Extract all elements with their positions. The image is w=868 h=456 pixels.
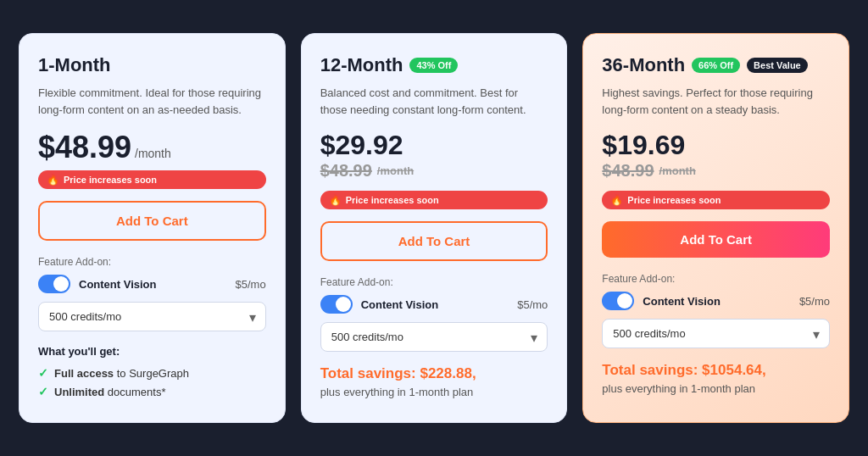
content-vision-toggle-row: Content Vision$5/mo [602,292,830,310]
discount-badge: Best Value [747,58,808,73]
toggle-label: Content Vision [361,298,509,311]
price-new: $29.92 [320,130,548,161]
include-item: ✓Unlimited documents* [38,385,266,398]
discount-badge: 66% Off [692,58,740,73]
credits-dropdown[interactable]: 500 credits/mo [38,302,266,331]
content-vision-toggle[interactable] [320,295,353,314]
credits-dropdown-wrapper: 500 credits/mo▾ [320,322,548,352]
card-title: 12-Month43% Off [320,54,548,76]
add-to-cart-button[interactable]: Add To Cart [602,221,830,258]
toggle-price: $5/mo [799,295,830,308]
content-vision-toggle-row: Content Vision$5/mo [320,295,548,314]
whats-included-title: What you'll get: [38,345,266,358]
add-to-cart-button[interactable]: Add To Cart [38,201,266,241]
feature-addon-label: Feature Add-on: [38,256,266,268]
card-title: 1-Month [38,54,266,76]
include-item-text: Unlimited documents* [54,386,166,398]
savings-sub-text: plus everything in 1-month plan [602,382,830,395]
check-icon: ✓ [38,366,48,380]
pricing-card-1month: 1-MonthFlexible commitment. Ideal for th… [19,33,286,423]
content-vision-toggle-row: Content Vision$5/mo [38,275,266,293]
credits-dropdown[interactable]: 500 credits/mo [602,319,830,348]
total-savings: Total savings: $1054.64,plus everything … [602,362,830,395]
feature-addon-label: Feature Add-on: [602,273,830,285]
add-to-cart-button[interactable]: Add To Cart [320,221,548,261]
card-title: 36-Month66% OffBest Value [602,54,830,76]
price-increases-badge: 🔥Price increases soon [38,170,266,189]
toggle-label: Content Vision [643,295,791,308]
total-savings: Total savings: $228.88,plus everything i… [320,365,548,398]
savings-amount: Total savings: $228.88, [320,365,548,382]
price-old: $48.99/month [602,161,830,181]
savings-sub-text: plus everything in 1-month plan [320,386,548,398]
include-item-text: Full access to SurgeGraph [54,367,189,380]
content-vision-toggle[interactable] [602,292,634,310]
credits-dropdown-wrapper: 500 credits/mo▾ [38,302,266,331]
card-title-text: 12-Month [320,54,403,76]
toggle-label: Content Vision [79,278,227,291]
content-vision-toggle[interactable] [38,275,70,293]
card-description: Balanced cost and commitment. Best for t… [320,85,548,118]
feature-addon-label: Feature Add-on: [320,276,548,288]
savings-amount: Total savings: $1054.64, [602,362,830,379]
price-old: $48.99/month [320,161,548,181]
card-description: Highest savings. Perfect for those requi… [602,85,830,118]
check-icon: ✓ [38,385,48,398]
price-increases-badge: 🔥Price increases soon [320,191,548,209]
toggle-price: $5/mo [236,278,266,291]
price-new: $48.99 /month [38,130,266,165]
price-new: $19.69 [602,130,830,161]
pricing-card-36month: 36-Month66% OffBest ValueHighest savings… [582,33,849,423]
toggle-price: $5/mo [517,298,548,311]
credits-dropdown-wrapper: 500 credits/mo▾ [602,319,830,348]
include-item: ✓Full access to SurgeGraph [38,366,266,380]
pricing-card-12month: 12-Month43% OffBalanced cost and commitm… [301,33,568,423]
pricing-cards: 1-MonthFlexible commitment. Ideal for th… [19,33,849,423]
price-increases-badge: 🔥Price increases soon [602,191,830,209]
credits-dropdown[interactable]: 500 credits/mo [320,322,548,352]
card-title-text: 1-Month [38,54,111,76]
card-title-text: 36-Month [602,54,685,76]
discount-badge: 43% Off [409,58,458,73]
card-description: Flexible commitment. Ideal for those req… [38,85,266,118]
